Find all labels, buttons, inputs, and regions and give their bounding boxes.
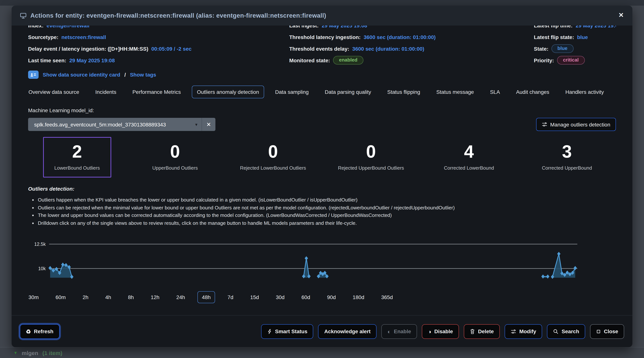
tab-audit-changes[interactable]: Audit changes: [511, 86, 554, 98]
time-range-15d[interactable]: 15d: [246, 291, 264, 303]
info-row-latest-flip-time: Latest flip time:29 May 2025 19:08: [534, 26, 616, 31]
time-range-90d[interactable]: 90d: [322, 291, 340, 303]
stat-label: Rejected LowerBound Outliers: [240, 165, 306, 171]
tab-performance-metrics[interactable]: Performance Metrics: [127, 86, 186, 98]
time-range-60m[interactable]: 60m: [51, 291, 70, 303]
time-range-7d[interactable]: 7d: [223, 291, 238, 303]
refresh-button[interactable]: ♻ Refresh: [20, 324, 60, 339]
info-row-delay-event-latency-ingestion-d-hh-mm-ss: Delay event / latency ingestion: ([D+]HH…: [28, 43, 192, 54]
field-value[interactable]: eventgen-firewall: [46, 26, 89, 28]
group-item-count: (1 item): [42, 350, 62, 356]
stat-lowerbound-outliers[interactable]: 2LowerBound Outliers: [43, 137, 111, 178]
show-tags-link[interactable]: Show tags: [130, 72, 156, 78]
status-badge-blue: blue: [552, 44, 574, 53]
search-button[interactable]: Search: [547, 324, 585, 339]
search-icon: [553, 328, 558, 334]
time-range-4h[interactable]: 4h: [101, 291, 116, 303]
tab-data-parsing-quality[interactable]: Data parsing quality: [320, 86, 376, 98]
field-label: Last time seen:: [28, 57, 66, 63]
disable-button[interactable]: ◑Disable: [422, 324, 459, 339]
acknowledge-alert-button[interactable]: Acknowledge alert: [318, 324, 376, 339]
time-range-8h[interactable]: 8h: [124, 291, 138, 303]
status-badge-enabled: enabled: [333, 56, 364, 65]
outliers-bullet: Drilldown click on any of the single vie…: [38, 220, 616, 227]
manage-outliers-button[interactable]: Manage outliers detection: [536, 118, 616, 131]
time-range-12h[interactable]: 12h: [146, 291, 164, 303]
tab-data-sampling[interactable]: Data sampling: [270, 86, 314, 98]
id-card-icon: [28, 71, 38, 79]
button-label: Modify: [519, 328, 536, 334]
ml-model-select[interactable]: splk.feeds.avg_eventcount_5m:model_37301…: [28, 118, 216, 131]
stat-corrected-lowerbound[interactable]: 4Corrected LowerBound: [435, 137, 503, 178]
outliers-bullet: The lower and upper bound values can be …: [38, 212, 616, 220]
smart-status-button[interactable]: Smart Status: [261, 324, 314, 339]
background-top-strip: [0, 0, 644, 6]
svg-text:12.5k: 12.5k: [34, 242, 46, 247]
info-row-state: State:blue: [534, 43, 616, 54]
chevron-down-icon: ▾: [191, 122, 202, 127]
stat-cell: 4Corrected LowerBound: [420, 137, 518, 178]
recycle-icon: ♻: [26, 328, 31, 334]
time-range-30d[interactable]: 30d: [271, 291, 289, 303]
field-value: 29 May 2025 19:08: [322, 26, 367, 28]
stat-label: LowerBound Outliers: [44, 165, 110, 171]
toggle-left-icon: ◐: [387, 328, 391, 334]
kpi-chart-container: 12.5k10k: [28, 234, 616, 281]
tab-outliers-anomaly-detection[interactable]: Outliers anomaly detection: [192, 86, 264, 98]
stat-cell: 0Rejected UpperBound Outliers: [322, 137, 420, 178]
entity-actions-modal: Actions for entity: eventgen-firewall:ne…: [12, 6, 632, 347]
stat-upperbound-outliers[interactable]: 0UpperBound Outliers: [141, 137, 209, 178]
info-row-sourcetype: Sourcetype:netscreen:firewall: [28, 31, 192, 43]
time-range-30m[interactable]: 30m: [24, 291, 43, 303]
close-icon[interactable]: ✕: [618, 11, 624, 19]
stat-corrected-upperbound[interactable]: 3Corrected UpperBound: [533, 137, 601, 178]
outliers-detection-heading: Outliers detection:: [28, 186, 616, 192]
trash-icon: [470, 328, 475, 334]
stat-cell: 3Corrected UpperBound: [518, 137, 616, 178]
stat-cell: 0UpperBound Outliers: [126, 137, 224, 178]
stat-rejected-lowerbound-outliers[interactable]: 0Rejected LowerBound Outliers: [239, 137, 307, 178]
tab-status-flipping[interactable]: Status flipping: [382, 86, 426, 98]
enable-button: ◐Enable: [382, 324, 417, 339]
field-value: 29 May 2025 19:08: [576, 26, 616, 28]
field-label: Threshold events delay:: [289, 46, 349, 52]
field-value[interactable]: netscreen:firewall: [62, 34, 106, 40]
close-button[interactable]: Close: [590, 324, 624, 339]
info-row-monitored-state: Monitored state:enabled: [289, 54, 436, 66]
page-background: ▼ mlgen (1 item) Actions for entity: eve…: [0, 0, 644, 358]
field-label: Priority:: [534, 57, 554, 63]
tab-handlers-activity[interactable]: Handlers activity: [560, 86, 609, 98]
field-label: Latest flip state:: [534, 34, 574, 40]
tab-status-message[interactable]: Status message: [431, 86, 479, 98]
delete-button[interactable]: Delete: [464, 324, 500, 339]
time-range-60d[interactable]: 60d: [297, 291, 315, 303]
time-range-bar: 30m60m2h4h8h12h24h48h7d15d30d60d90d180d3…: [24, 291, 616, 303]
show-identity-card-link[interactable]: Show data source identity card: [43, 72, 120, 78]
stat-label: Corrected UpperBound: [534, 165, 600, 171]
entity-info-section: Index:eventgen-firewallSourcetype:netscr…: [28, 26, 616, 82]
clear-selection-icon[interactable]: ✕: [202, 121, 216, 128]
time-range-24h[interactable]: 24h: [172, 291, 190, 303]
sliders-icon: [542, 122, 547, 127]
field-value: 3600 sec (duration: 01:00:00): [352, 46, 424, 52]
tab-incidents[interactable]: Incidents: [90, 86, 122, 98]
info-row-threshold-events-delay: Threshold events delay:3600 sec (duratio…: [289, 43, 436, 54]
time-range-2h[interactable]: 2h: [78, 291, 93, 303]
footer-action-buttons: Smart StatusAcknowledge alert◐Enable◑Dis…: [261, 324, 624, 339]
stat-value: 4: [436, 142, 502, 161]
time-range-48h[interactable]: 48h: [198, 291, 215, 303]
time-range-180d[interactable]: 180d: [348, 291, 369, 303]
group-name: mlgen: [22, 350, 38, 356]
lightning-icon: [267, 328, 272, 334]
group-expander-icon[interactable]: ▼: [14, 351, 18, 355]
field-value: 29 May 2025 19:08: [69, 57, 115, 63]
time-range-365d[interactable]: 365d: [377, 291, 397, 303]
stat-cell: 2LowerBound Outliers: [28, 137, 126, 178]
modify-button[interactable]: Modify: [505, 324, 542, 339]
background-table-strip: ▼ mlgen (1 item): [0, 347, 644, 358]
stat-rejected-upperbound-outliers[interactable]: 0Rejected UpperBound Outliers: [337, 137, 405, 178]
modal-title: Actions for entity: eventgen-firewall:ne…: [30, 12, 326, 19]
tab-sla[interactable]: SLA: [485, 86, 505, 98]
tab-overview-data-source[interactable]: Overview data source: [23, 86, 84, 98]
field-label: Latest flip time:: [534, 26, 573, 28]
